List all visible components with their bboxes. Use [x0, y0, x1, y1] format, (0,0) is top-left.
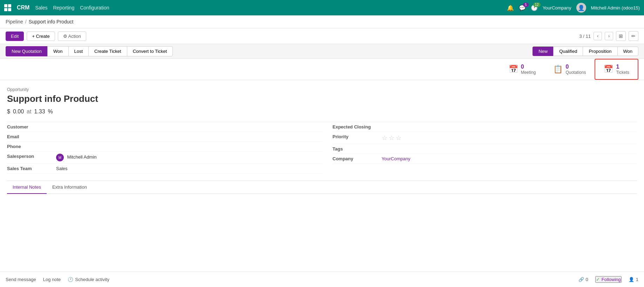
follower-number: 1 [636, 277, 638, 282]
nav-configuration[interactable]: Configuration [80, 5, 109, 10]
clock-icon: 🕐 [68, 277, 73, 282]
activity-count-display: 🔗 0 [578, 277, 588, 282]
priority-value: ☆ ☆ ☆ [382, 134, 637, 142]
tickets-label: Tickets [616, 70, 629, 75]
priority-stars: ☆ ☆ ☆ [382, 134, 637, 142]
tickets-icon: 📅 [604, 65, 613, 74]
stage-proposition[interactable]: Proposition [583, 47, 617, 56]
smart-buttons-bar: 📅 0 Meeting 📋 0 Quotations 📅 1 Tickets [0, 59, 644, 80]
bottom-right-actions: 🔗 0 ✓ Following 👤 1 [578, 276, 638, 283]
currency-symbol: $ [7, 108, 10, 115]
star-3[interactable]: ☆ [396, 134, 401, 142]
activities-badge: 12 [533, 2, 541, 7]
salesperson-avatar: M [56, 154, 64, 161]
bottom-bar: Send message Log note 🕐 Schedule activit… [0, 272, 644, 287]
schedule-activity-button[interactable]: 🕐 Schedule activity [68, 277, 109, 282]
won-button[interactable]: Won [47, 46, 68, 56]
revenue-at: at [27, 108, 31, 115]
action-button[interactable]: ⚙ Action [58, 31, 86, 41]
send-message-label: Send message [6, 277, 36, 282]
breadcrumb-separator: / [25, 19, 27, 24]
stage-new[interactable]: New [533, 47, 553, 56]
breadcrumb: Pipeline / Support info Product [0, 15, 644, 28]
app-name: CRM [17, 5, 29, 11]
customer-field: Customer [7, 122, 322, 132]
expected-closing-field: Expected Closing [333, 122, 637, 132]
toolbar: Edit + Create ⚙ Action 3 / 11 ‹ › ⊞ ✏ [0, 28, 644, 44]
tab-section: Internal Notes Extra Information [7, 181, 637, 222]
priority-field: Priority ☆ ☆ ☆ [333, 132, 637, 144]
tickets-count: 1 [616, 64, 629, 70]
tab-extra-information[interactable]: Extra Information [47, 181, 93, 194]
log-note-button[interactable]: Log note [43, 277, 61, 282]
action-bar: New Quotation Won Lost Create Ticket Con… [0, 44, 644, 59]
messages-icon[interactable]: 💬 5 [519, 5, 526, 11]
tab-internal-notes[interactable]: Internal Notes [7, 181, 47, 194]
meeting-smart-button[interactable]: 📅 0 Meeting [500, 59, 545, 79]
company-value[interactable]: YourCompany [382, 156, 637, 161]
tags-label: Tags [333, 146, 382, 152]
following-label: Following [602, 277, 621, 282]
tickets-smart-button[interactable]: 📅 1 Tickets [595, 59, 638, 80]
activities-icon[interactable]: 🕐 12 [531, 5, 538, 11]
lost-button[interactable]: Lost [68, 46, 89, 56]
main-content: Opportunity Support info Product $ 0.00 … [0, 80, 644, 272]
new-quotation-button[interactable]: New Quotation [6, 46, 47, 56]
company-name: YourCompany [543, 5, 571, 10]
log-note-label: Log note [43, 277, 61, 282]
avatar[interactable]: 👤 [576, 3, 586, 13]
notifications-icon[interactable]: 🔔 [507, 5, 514, 11]
stage-qualified[interactable]: Qualified [553, 47, 583, 56]
sales-team-field: Sales Team Sales [7, 164, 322, 174]
following-button[interactable]: ✓ Following [595, 276, 622, 283]
star-2[interactable]: ☆ [389, 134, 394, 142]
revenue-pct: 1.33 [34, 108, 45, 115]
create-ticket-button[interactable]: Create Ticket [88, 46, 127, 56]
nav-sales[interactable]: Sales [35, 5, 47, 10]
salesperson-field: Salesperson M Mitchell Admin [7, 152, 322, 164]
kanban-view-button[interactable]: ⊞ [616, 31, 626, 41]
schedule-activity-label: Schedule activity [75, 277, 109, 282]
convert-ticket-button[interactable]: Convert to Ticket [127, 46, 173, 56]
salesperson-value[interactable]: M Mitchell Admin [56, 154, 322, 161]
breadcrumb-current: Support info Product [29, 19, 74, 24]
salesperson-label: Salesperson [7, 154, 56, 159]
stage-tabs: New Qualified Proposition Won [533, 47, 638, 56]
stage-won[interactable]: Won [617, 47, 639, 56]
messages-badge: 5 [523, 2, 529, 7]
quotations-smart-button[interactable]: 📋 0 Quotations [544, 59, 595, 79]
priority-label: Priority [333, 134, 382, 139]
send-message-button[interactable]: Send message [6, 277, 36, 282]
sales-team-label: Sales Team [7, 166, 56, 171]
check-icon: ✓ [596, 277, 600, 282]
bottom-actions: Send message Log note 🕐 Schedule activit… [6, 277, 109, 282]
meeting-label: Meeting [521, 70, 536, 75]
email-field: Email [7, 132, 322, 142]
quotations-label: Quotations [565, 70, 586, 75]
breadcrumb-pipeline[interactable]: Pipeline [6, 19, 23, 24]
phone-field: Phone [7, 142, 322, 152]
expected-closing-label: Expected Closing [333, 124, 382, 130]
app-menu-icon[interactable] [4, 4, 11, 11]
edit-view-button[interactable]: ✏ [629, 31, 638, 41]
tab-content [7, 194, 637, 222]
pagination: 3 / 11 [579, 34, 591, 39]
meeting-icon: 📅 [509, 65, 518, 74]
link-icon: 🔗 [578, 277, 584, 282]
star-1[interactable]: ☆ [382, 134, 387, 142]
form-right-column: Expected Closing Priority ☆ ☆ ☆ Tags Com [322, 122, 637, 174]
quotations-icon: 📋 [553, 65, 563, 74]
edit-button[interactable]: Edit [6, 31, 24, 41]
opportunity-section-label: Opportunity [7, 87, 637, 92]
pagination-text: 3 / 11 [579, 34, 591, 39]
sales-team-value[interactable]: Sales [56, 166, 322, 171]
company-label: Company [333, 156, 382, 161]
nav-reporting[interactable]: Reporting [53, 5, 74, 10]
create-button[interactable]: + Create [27, 31, 55, 41]
prev-button[interactable]: ‹ [594, 32, 602, 40]
revenue-row: $ 0.00 at 1.33 % [7, 108, 637, 115]
next-button[interactable]: › [605, 32, 613, 40]
form-fields: Customer Email Phone Salesperson M Mitch… [7, 122, 637, 174]
opportunity-title: Support info Product [7, 93, 637, 104]
revenue-amount: 0.00 [13, 108, 24, 115]
